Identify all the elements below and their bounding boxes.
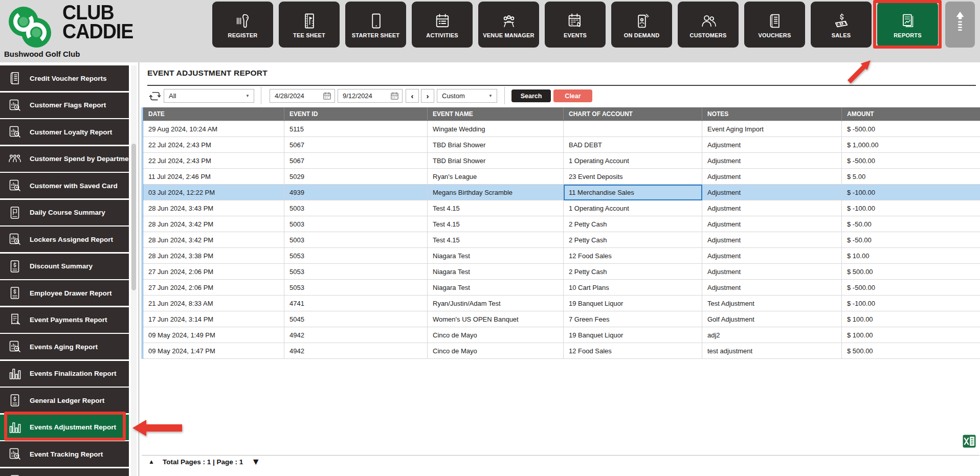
cell-event-id[interactable]: 5053	[284, 264, 428, 280]
cell-amount[interactable]: $ 500.00	[842, 264, 980, 280]
sidebar-scrollbar[interactable]	[131, 65, 137, 476]
cell-date[interactable]: 27 Jun 2024, 2:06 PM	[143, 280, 284, 296]
cell-event-name[interactable]: Megans Birthday Scramble	[428, 185, 564, 200]
cell-chart-of-account[interactable]: 2 Petty Cash	[564, 216, 702, 232]
cell-event-name[interactable]: Test 4.15	[428, 200, 564, 216]
cell-amount[interactable]: $ -500.00	[842, 153, 980, 169]
table-row[interactable]: 17 Jun 2024, 3:14 PM5045Women's US OPEN …	[143, 311, 980, 327]
cell-date[interactable]: 28 Jun 2024, 3:42 PM	[143, 232, 284, 248]
nav-button-sales[interactable]: SALES	[811, 2, 872, 48]
sidebar-item-event-tracking-report[interactable]: Event Tracking Report	[0, 441, 129, 467]
cell-event-name[interactable]: Test 4.15	[428, 216, 564, 232]
cell-amount[interactable]: $ -100.00	[842, 185, 980, 200]
search-button[interactable]: Search	[511, 89, 551, 102]
cell-event-id[interactable]: 5045	[284, 311, 428, 327]
sidebar-item-customer-flags-report[interactable]: Customer Flags Report	[0, 93, 129, 118]
nav-button-starter-sheet[interactable]: STARTER SHEET	[345, 2, 406, 48]
sidebar-item-customer-loyalty-report[interactable]: Customer Loyalty Report	[0, 119, 129, 145]
column-header-event-name[interactable]: EVENT NAME	[428, 107, 564, 121]
cell-chart-of-account[interactable]: 12 Food Sales	[564, 343, 702, 359]
cell-notes[interactable]: adj2	[702, 327, 842, 343]
cell-event-name[interactable]: TBD Brial Shower	[428, 137, 564, 153]
nav-button-vouchers[interactable]: VOUCHERS	[744, 2, 805, 48]
cell-notes[interactable]: Event Aging Import	[702, 121, 842, 137]
cell-amount[interactable]: $ -100.00	[842, 200, 980, 216]
cell-event-id[interactable]: 5029	[284, 169, 428, 185]
cell-amount[interactable]: $ 100.00	[842, 327, 980, 343]
cell-chart-of-account[interactable]: 10 Cart Plans	[564, 280, 702, 296]
cell-date[interactable]: 28 Jun 2024, 3:43 PM	[143, 200, 284, 216]
cell-event-name[interactable]: Ryan/Justin/Adam Test	[428, 296, 564, 311]
sidebar-item-customer-with-saved-card[interactable]: Customer with Saved Card	[0, 173, 129, 198]
cell-event-id[interactable]: 5053	[284, 248, 428, 264]
cell-amount[interactable]: $ 500.00	[842, 343, 980, 359]
cell-event-id[interactable]: 4942	[284, 343, 428, 359]
cell-notes[interactable]: Test Adjustment	[702, 296, 842, 311]
cell-event-name[interactable]: Cinco de Mayo	[428, 327, 564, 343]
cell-date[interactable]: 22 Jul 2024, 2:43 PM	[143, 153, 284, 169]
cell-chart-of-account[interactable]: 19 Banquet Liquor	[564, 296, 702, 311]
cell-date[interactable]: 03 Jul 2024, 12:22 PM	[143, 185, 284, 200]
cell-event-name[interactable]: Women's US OPEN Banquet	[428, 311, 564, 327]
cell-chart-of-account[interactable]	[564, 121, 702, 137]
page-down-icon[interactable]: ▼	[251, 457, 260, 466]
scroll-top-button[interactable]	[945, 2, 975, 48]
table-row[interactable]: 28 Jun 2024, 3:43 PM5003Test 4.151 Opera…	[143, 200, 980, 216]
cell-date[interactable]: 28 Jun 2024, 3:42 PM	[143, 216, 284, 232]
cell-event-name[interactable]: Niagara Test	[428, 280, 564, 296]
cell-event-id[interactable]: 5053	[284, 280, 428, 296]
sidebar-item-employee-drawer-report[interactable]: Employee Drawer Report	[0, 280, 129, 306]
sidebar-item-events-finalization-report[interactable]: Events Finalization Report	[0, 361, 129, 387]
next-range-button[interactable]: ›	[421, 89, 434, 103]
table-row[interactable]: 28 Jun 2024, 3:42 PM5003Test 4.152 Petty…	[143, 232, 980, 248]
refresh-icon[interactable]	[148, 89, 162, 103]
cell-notes[interactable]: Adjustment	[702, 137, 842, 153]
sidebar-item-credit-voucher-reports[interactable]: Credit Voucher Reports	[0, 65, 129, 91]
table-row[interactable]: 11 Jul 2024, 2:46 PM5029Ryan's League23 …	[143, 169, 980, 185]
category-select[interactable]: All ▼	[164, 89, 254, 103]
cell-event-name[interactable]: Cinco de Mayo	[428, 343, 564, 359]
cell-event-id[interactable]: 5067	[284, 153, 428, 169]
cell-chart-of-account[interactable]: 7 Green Fees	[564, 311, 702, 327]
cell-event-id[interactable]: 5003	[284, 200, 428, 216]
nav-button-reports[interactable]: REPORTS	[877, 2, 938, 48]
cell-chart-of-account[interactable]: 12 Food Sales	[564, 248, 702, 264]
nav-button-customers[interactable]: CUSTOMERS	[678, 2, 739, 48]
cell-notes[interactable]: Adjustment	[702, 280, 842, 296]
cell-event-name[interactable]: Wingate Wedding	[428, 121, 564, 137]
cell-date[interactable]: 29 Aug 2024, 10:24 AM	[143, 121, 284, 137]
column-header-event-id[interactable]: EVENT ID	[284, 107, 428, 121]
column-header-notes[interactable]: NOTES	[702, 107, 842, 121]
cell-date[interactable]: 09 May 2024, 1:49 PM	[143, 327, 284, 343]
nav-button-venue-manager[interactable]: VENUE MANAGER	[478, 2, 539, 48]
cell-chart-of-account[interactable]: BAD DEBT	[564, 137, 702, 153]
nav-button-tee-sheet[interactable]: TEE SHEET	[279, 2, 340, 48]
clear-button[interactable]: Clear	[553, 89, 592, 102]
cell-event-id[interactable]: 5115	[284, 121, 428, 137]
page-up-icon[interactable]: ▲	[148, 459, 154, 465]
sidebar-item-events-adjustment-report[interactable]: Events Adjustment Report	[0, 415, 129, 440]
cell-amount[interactable]: $ -50.00	[842, 232, 980, 248]
nav-button-on-demand[interactable]: ON DEMAND	[611, 2, 672, 48]
cell-chart-of-account[interactable]: 1 Operating Account	[564, 200, 702, 216]
cell-chart-of-account[interactable]: 1 Operating Account	[564, 153, 702, 169]
cell-event-id[interactable]: 4939	[284, 185, 428, 200]
cell-amount[interactable]: $ 5.00	[842, 169, 980, 185]
cell-event-name[interactable]: TBD Brial Shower	[428, 153, 564, 169]
cell-notes[interactable]: Adjustment	[702, 169, 842, 185]
cell-event-id[interactable]: 5067	[284, 137, 428, 153]
cell-amount[interactable]: $ -100.00	[842, 296, 980, 311]
cell-notes[interactable]: Adjustment	[702, 264, 842, 280]
table-row[interactable]: 28 Jun 2024, 3:42 PM5003Test 4.152 Petty…	[143, 216, 980, 232]
cell-event-id[interactable]: 5003	[284, 232, 428, 248]
table-row[interactable]: 22 Jul 2024, 2:43 PM5067TBD Brial Shower…	[143, 153, 980, 169]
column-header-chart-of-account[interactable]: CHART OF ACCOUNT	[564, 107, 702, 121]
table-row[interactable]: 29 Aug 2024, 10:24 AM5115Wingate Wedding…	[143, 121, 980, 137]
sidebar-item-event-payments-report[interactable]: Event Payments Report	[0, 307, 129, 333]
cell-chart-of-account[interactable]: 2 Petty Cash	[564, 264, 702, 280]
table-row[interactable]: 27 Jun 2024, 2:06 PM5053Niagara Test2 Pe…	[143, 264, 980, 280]
cell-notes[interactable]: Adjustment	[702, 153, 842, 169]
cell-event-name[interactable]: Test 4.15	[428, 232, 564, 248]
date-to-input[interactable]: 9/12/2024	[338, 89, 403, 103]
cell-notes[interactable]: Golf Adjustment	[702, 311, 842, 327]
